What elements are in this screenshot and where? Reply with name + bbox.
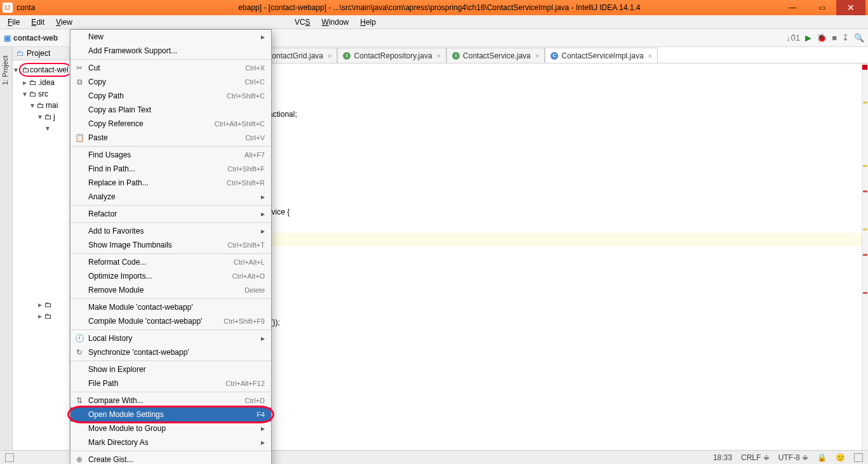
tab-close-icon[interactable]: × (535, 52, 539, 60)
menu-item-shortcut: Delete (244, 286, 265, 294)
menu-separator (70, 222, 271, 223)
editor-tab[interactable]: IContactService.java× (446, 48, 545, 63)
debug-icon[interactable]: 🐞 (817, 33, 827, 43)
menu-help[interactable]: Help (355, 17, 381, 28)
compile-icon[interactable]: ↓0̂1 (786, 33, 800, 43)
maximize-button[interactable]: ▭ (807, 0, 836, 15)
tree-node-java[interactable]: ▾🗀 j (14, 111, 68, 123)
menu-item[interactable]: Move Module to Group▸ (70, 421, 271, 435)
menu-item-icon: ↻ (74, 348, 84, 357)
caret-position[interactable]: 18:33 (713, 453, 732, 462)
menu-item[interactable]: Compile Module 'contact-webapp'Ctrl+Shif… (70, 314, 271, 328)
menu-item[interactable]: Make Module 'contact-webapp' (70, 300, 271, 314)
menu-item-icon: ⧉ (74, 77, 84, 86)
menu-item[interactable]: Replace in Path...Ctrl+Shift+R (70, 176, 271, 190)
project-tool-label[interactable]: 1: Project (1, 56, 9, 85)
error-stripe[interactable] (862, 63, 868, 450)
menu-item[interactable]: Analyze▸ (70, 190, 271, 204)
menu-item[interactable]: Add to Favorites▸ (70, 224, 271, 238)
menu-item[interactable]: Add Framework Support... (70, 44, 271, 58)
status-box-icon[interactable] (5, 453, 14, 462)
tab-close-icon[interactable]: × (437, 52, 441, 60)
menu-item-shortcut: Ctrl+V (245, 134, 265, 142)
menu-item[interactable]: ⇅Compare With...Ctrl+D (70, 394, 271, 408)
tab-close-icon[interactable]: × (648, 52, 652, 60)
menu-item-label: Move Module to Group (88, 424, 166, 433)
menu-item-label: Make Module 'contact-webapp' (88, 303, 193, 312)
tree-node-main[interactable]: ▾🗀 mai (14, 100, 68, 111)
tree-node-webapp[interactable]: ▸🗀 (14, 310, 68, 322)
menu-separator (70, 361, 271, 361)
left-gutter[interactable]: 1: Project (0, 47, 13, 450)
menu-bar: File Edit View VCS Window Help (0, 15, 868, 29)
menu-item[interactable]: ⧉CopyCtrl+C (70, 75, 271, 89)
menu-item[interactable]: File PathCtrl+Alt+F12 (70, 376, 271, 390)
menu-item-label: Analyze (88, 192, 116, 201)
menu-view[interactable]: View (51, 17, 77, 28)
editor-tab[interactable]: IContactRepository.java× (337, 48, 446, 63)
menu-item-label: File Path (88, 379, 118, 388)
menu-item[interactable]: ↻Synchronize 'contact-webapp' (70, 345, 271, 359)
menu-item[interactable]: New▸ (70, 30, 271, 44)
project-tree[interactable]: ▾🗀 contact-wel ▸🗀 .idea ▾🗀 src ▾🗀 mai ▾🗀… (13, 60, 69, 324)
tree-node-resources[interactable]: ▸🗀 (14, 299, 68, 310)
tree-node-src[interactable]: ▾🗀 src (14, 88, 68, 100)
menu-item[interactable]: Find UsagesAlt+F7 (70, 148, 271, 162)
menu-item[interactable]: Find in Path...Ctrl+Shift+F (70, 162, 271, 176)
tree-node-idea[interactable]: ▸🗀 .idea (14, 77, 68, 88)
memory-indicator[interactable] (854, 453, 863, 462)
menu-item[interactable]: 🕘Local History▸ (70, 331, 271, 345)
menu-separator (70, 298, 271, 299)
menu-item-label: Create Gist... (88, 455, 133, 464)
project-tool-window: 🗀 Project ▾🗀 contact-wel ▸🗀 .idea ▾🗀 src… (13, 47, 70, 450)
menu-item[interactable]: Copy PathCtrl+Shift+C (70, 89, 271, 103)
menu-item[interactable]: Reformat Code...Ctrl+Alt+L (70, 255, 271, 269)
tree-node-pkg[interactable]: ▾ (14, 123, 68, 134)
project-header[interactable]: 🗀 Project (13, 47, 69, 60)
menu-item[interactable]: Optimize Imports...Ctrl+Alt+O (70, 269, 271, 283)
menu-item-icon: 📋 (74, 133, 84, 142)
menu-item[interactable]: 📋PasteCtrl+V (70, 131, 271, 145)
run-icon[interactable]: ▶ (805, 33, 811, 43)
search-icon[interactable]: 🔍 (854, 33, 864, 43)
line-separator[interactable]: CRLF ≑ (741, 453, 770, 462)
class-icon: I (343, 52, 351, 60)
breadcrumb[interactable]: ▣ contact-web (4, 34, 58, 43)
menu-item-icon: 🕘 (74, 334, 84, 343)
menu-item[interactable]: Show in Explorer (70, 362, 271, 376)
module-icon: ▣ (4, 34, 11, 43)
window-titlebar: IJ conta ebapp] - [contact-webapp] - ...… (0, 0, 868, 15)
menu-item-label: Optimize Imports... (88, 272, 152, 281)
menu-item[interactable]: ✂CutCtrl+X (70, 61, 271, 75)
menu-vcs[interactable]: VCS (290, 17, 316, 28)
submenu-arrow-icon: ▸ (261, 424, 265, 433)
menu-item[interactable]: Remove ModuleDelete (70, 283, 271, 297)
update-icon[interactable]: ↧ (842, 33, 849, 43)
menu-item[interactable]: ⊕Create Gist... (70, 453, 271, 464)
menu-file[interactable]: File (3, 17, 25, 28)
menu-edit[interactable]: Edit (26, 17, 50, 28)
menu-item-label: Refactor (88, 209, 117, 218)
menu-item[interactable]: Copy ReferenceCtrl+Alt+Shift+C (70, 117, 271, 131)
tab-close-icon[interactable]: × (328, 52, 331, 60)
class-icon: C (551, 52, 558, 60)
error-summary-icon[interactable] (862, 65, 867, 70)
minimize-button[interactable]: — (778, 0, 807, 15)
menu-item[interactable]: Refactor▸ (70, 207, 271, 221)
menu-window[interactable]: Window (317, 17, 354, 28)
menu-item-label: Copy Path (88, 91, 124, 100)
readonly-lock-icon[interactable]: 🔒 (817, 453, 827, 462)
tree-root[interactable]: 🗀 contact-wel (19, 63, 70, 77)
menu-item[interactable]: Show Image ThumbnailsCtrl+Shift+T (70, 238, 271, 252)
menu-separator (70, 392, 271, 392)
menu-item[interactable]: Mark Directory As▸ (70, 435, 271, 449)
toolbar-right: ↓0̂1 ▶ 🐞 ■ ↧ 🔍 (786, 33, 864, 43)
close-button[interactable]: ✕ (836, 0, 865, 15)
context-menu[interactable]: New▸Add Framework Support...✂CutCtrl+X⧉C… (70, 29, 272, 464)
menu-item[interactable]: Copy as Plain Text (70, 103, 271, 117)
file-encoding[interactable]: UTF-8 ≑ (778, 453, 808, 462)
stop-icon[interactable]: ■ (832, 33, 837, 43)
hector-icon[interactable]: 🙂 (836, 453, 845, 462)
editor-tab[interactable]: CContactServiceImpl.java× (545, 48, 658, 63)
menu-item[interactable]: Open Module SettingsF4 (70, 408, 271, 421)
